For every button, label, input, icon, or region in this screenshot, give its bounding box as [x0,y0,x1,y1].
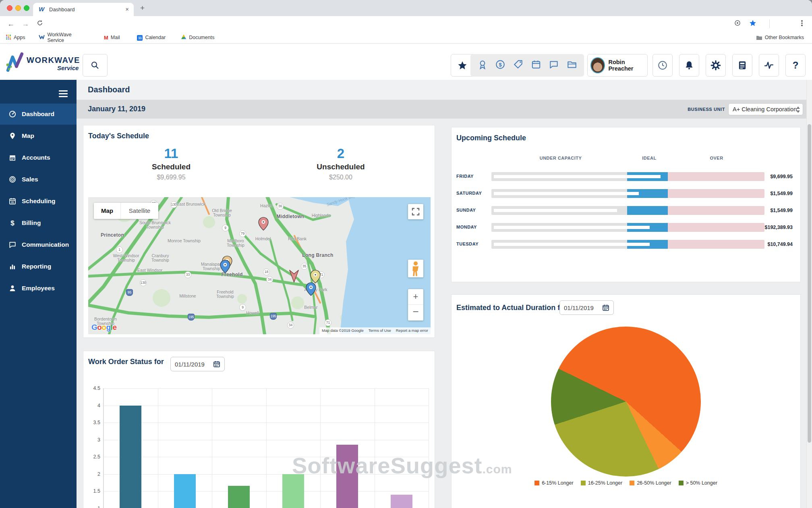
map-type-map-button[interactable]: Map [94,203,120,219]
dashboard-icon [9,110,16,118]
business-unit-value: A+ Cleaning Corporation [733,106,797,112]
sidebar-item-scheduling[interactable]: 31Scheduling [0,190,77,212]
chat-bubble-icon[interactable] [549,59,559,71]
toolbar-divider [769,19,770,28]
apps-grid-icon [6,34,11,41]
sidebar-item-label: Employees [22,285,55,292]
scheduled-count: 11 [111,146,232,161]
new-tab-button[interactable]: + [140,4,145,12]
map-town-label: Long Branch [300,253,335,258]
map-data-credit: Map data ©2019 Google [319,327,366,334]
sidebar-item-label: Accounts [22,154,50,161]
tab-close-icon[interactable]: × [125,6,129,12]
browser-tab[interactable]: W Dashboard × [33,3,134,16]
map-pin-marker[interactable] [220,260,230,273]
gridline-v [320,388,321,508]
tag-icon[interactable] [513,59,524,71]
map-arrow-marker[interactable] [288,269,299,283]
upcoming-schedule-title: Upcoming Schedule [456,134,526,142]
map-town-label: Princeton [95,233,130,238]
bookmark-documents[interactable]: Documents [181,33,214,42]
calculator-button[interactable] [732,54,752,77]
zoom-in-button[interactable]: + [408,289,423,305]
map-pin-marker[interactable] [258,217,269,231]
search-button[interactable] [83,54,108,77]
other-bookmarks[interactable]: Other Bookmarks [756,33,804,42]
activity-button[interactable] [759,54,779,77]
route-shield: 95 [126,289,133,296]
bookmark-workwave-service[interactable]: WorkWave Service [39,33,71,42]
sidebar-item-dashboard[interactable]: Dashboard [0,103,77,125]
map-pin-marker[interactable] [310,270,321,283]
report-map-error-link[interactable]: Report a map error [394,327,431,334]
browser-menu-icon[interactable] [798,19,806,28]
sidebar-item-map[interactable]: Map [0,125,77,147]
sidebar-item-label: Reporting [22,263,51,270]
y-tick-label: 2.5 [84,454,100,460]
legend-item-2: 16-25% Longer [581,480,622,486]
sidebar-item-reporting[interactable]: Reporting [0,256,77,277]
calendar-icon[interactable] [531,59,541,71]
pegman-icon [408,260,423,277]
notifications-button[interactable] [679,54,699,77]
recent-button[interactable] [652,54,673,77]
badge-icon[interactable] [477,59,488,71]
refresh-icon[interactable] [35,19,44,28]
map-attribution: Map data ©2019 Google Terms of Use Repor… [319,327,431,334]
row-amount: $192,389.93 [740,225,793,230]
traffic-light-close[interactable] [7,5,12,11]
fullscreen-button[interactable] [408,204,423,219]
calendar-picker-icon[interactable] [602,304,609,311]
extension-icon[interactable] [733,19,742,28]
column-ideal: IDEAL [642,156,657,160]
search-icon [90,60,100,70]
capacity-track [491,240,764,249]
y-tick-label: 1.5 [84,488,100,494]
traffic-light-zoom[interactable] [24,5,29,11]
user-menu[interactable]: Robin Preacher [587,54,648,77]
folder-icon[interactable] [567,59,577,71]
sales-icon [9,176,16,183]
business-unit-select[interactable]: A+ Cleaning Corporation [728,103,803,115]
row-amount: $10,749.94 [740,242,793,247]
back-icon[interactable]: ← [6,19,15,28]
settings-button[interactable] [706,54,726,77]
terms-of-use-link[interactable]: Terms of Use [366,327,394,334]
legend-label: 16-25% Longer [588,480,622,486]
map-town-label: Freehold Township [208,290,242,299]
forward-icon[interactable]: → [21,19,30,28]
traffic-light-minimize[interactable] [15,5,21,11]
pegman-button[interactable] [408,260,423,277]
map-town-label: West Windsor Township [109,254,143,263]
google-map[interactable]: Sandy Hook Bay East BrunswickOld Bridge … [88,197,431,334]
bookmark-mail[interactable]: MMail [104,33,120,42]
gridline-v [104,388,104,508]
user-name: Robin Preacher [608,59,647,72]
map-town-label: Holmdel [246,237,280,241]
help-button[interactable]: ? [785,54,806,77]
bar-2 [174,474,196,508]
zoom-out-button[interactable]: − [408,305,423,320]
calendar-picker-icon[interactable] [213,360,220,368]
sidebar-item-communication[interactable]: Communication [0,234,77,256]
sidebar-item-billing[interactable]: $Billing [0,212,77,234]
sidebar-item-sales[interactable]: Sales [0,169,77,190]
dollar-circle-icon[interactable]: $ [495,59,505,71]
calculator-icon [737,60,748,71]
sidebar-item-accounts[interactable]: Accounts [0,147,77,169]
sidebar-item-employees[interactable]: Employees [0,277,77,299]
route-shield: 130 [140,279,147,286]
date-bar: January 11, 2019 BUSINESS UNIT A+ Cleani… [77,100,812,119]
bookmark-star-icon[interactable] [748,19,757,28]
hamburger-menu-icon[interactable] [59,89,68,99]
map-type-satellite-button[interactable]: Satellite [120,203,158,219]
workwave-logo-icon [5,51,25,74]
map-pin-marker[interactable] [306,282,316,296]
bookmark-label: Calendar [145,35,166,40]
bookmark-calendar[interactable]: 11Calendar [137,33,166,42]
scheduling-icon: 31 [9,198,16,205]
scrollbar-thumb[interactable] [808,124,811,443]
route-shield: 36 [277,203,284,210]
y-tick-label: 2 [84,471,100,477]
bookmark-apps[interactable]: Apps [6,33,25,42]
